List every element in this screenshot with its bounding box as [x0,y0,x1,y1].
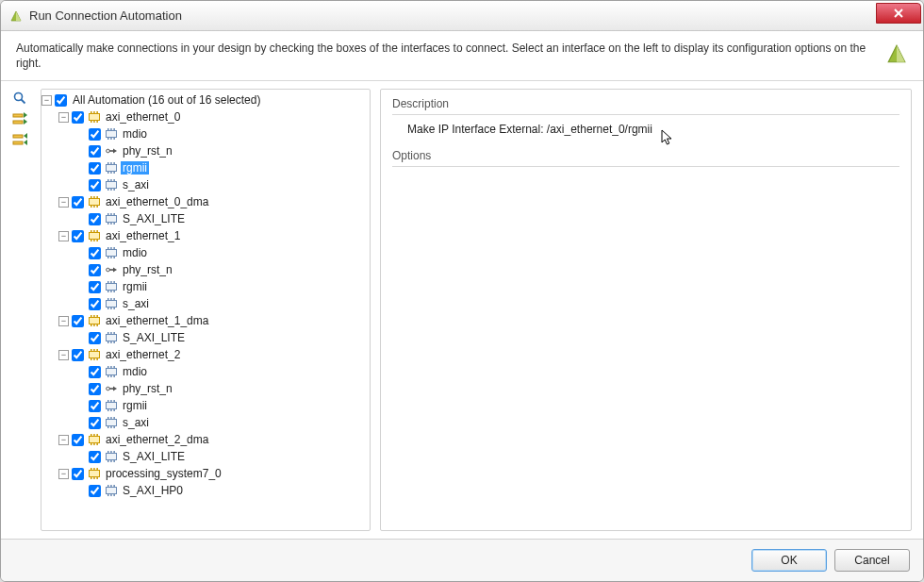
intf-icon [105,178,118,191]
expand-toggle[interactable]: − [58,435,69,445]
tree-row[interactable]: S_AXI_HP0 [75,482,370,499]
tree-row[interactable]: −axi_ethernet_2 [58,346,370,363]
tree-checkbox[interactable] [89,281,101,293]
tree-row[interactable]: s_axi [75,176,370,193]
intf-icon [105,399,118,412]
tree-checkbox[interactable] [89,128,101,141]
tree-node-label[interactable]: axi_ethernet_0_dma [104,195,210,208]
tree-node-label[interactable]: rgmii [121,280,149,293]
tree-row[interactable]: rgmii [75,278,370,295]
tree-checkbox[interactable] [89,485,101,497]
tree-node-label[interactable]: axi_ethernet_1 [104,229,182,242]
tree-row[interactable]: mdio [75,244,370,261]
expand-toggle[interactable]: − [58,231,69,241]
tree-node-label[interactable]: s_axi [121,297,151,310]
tree-node-label[interactable]: mdio [121,365,149,378]
tree-node-label[interactable]: mdio [121,127,149,141]
tree-checkbox[interactable] [89,417,101,429]
tree-row[interactable]: phy_rst_n [75,261,370,278]
port-icon [105,382,118,395]
tree-checkbox[interactable] [89,213,101,225]
expand-toggle[interactable]: − [58,469,69,479]
tree-row[interactable]: phy_rst_n [75,142,370,159]
tree-row[interactable]: −axi_ethernet_2_dma [58,431,370,448]
automation-tree[interactable]: −All Automation (16 out of 16 selected)−… [41,91,370,499]
tree-node-label[interactable]: s_axi [121,416,151,429]
tree-node-label[interactable]: s_axi [121,178,151,191]
tree-row[interactable]: phy_rst_n [75,380,370,397]
tree-row[interactable]: −axi_ethernet_0 [58,108,370,125]
tree-row[interactable]: rgmii [75,397,370,414]
tree-node-label[interactable]: S_AXI_LITE [121,212,187,225]
ip-icon [88,433,101,446]
tree-row[interactable]: −axi_ethernet_1_dma [58,312,370,329]
tree-node-label[interactable]: All Automation (16 out of 16 selected) [71,93,262,107]
tree-checkbox[interactable] [55,94,67,107]
tree-checkbox[interactable] [72,111,84,124]
expand-toggle[interactable]: − [58,350,69,360]
port-icon [105,144,118,158]
tree-checkbox[interactable] [89,145,101,158]
tree-checkbox[interactable] [72,196,84,208]
tree-checkbox[interactable] [89,298,101,310]
tree-checkbox[interactable] [89,179,101,191]
tree-node-label[interactable]: S_AXI_LITE [121,331,187,344]
tree-node-label[interactable]: S_AXI_HP0 [121,484,185,497]
intf-icon [105,212,118,225]
tree-checkbox[interactable] [89,366,101,378]
tree-node-label[interactable]: rgmii [121,399,149,412]
tree-checkbox[interactable] [72,315,84,327]
ip-icon [88,229,101,242]
tree-node-label[interactable]: mdio [121,246,149,259]
tree-node-label[interactable]: phy_rst_n [121,382,174,395]
select-children-icon[interactable] [12,132,27,147]
ip-icon [88,348,101,361]
tree-row[interactable]: mdio [75,363,370,380]
expand-toggle[interactable]: − [58,197,69,208]
tree-row[interactable]: −processing_system7_0 [58,465,370,482]
tree-node-label[interactable]: processing_system7_0 [104,467,223,480]
tree-checkbox[interactable] [72,230,84,242]
close-button[interactable] [876,3,921,24]
tree-row[interactable]: s_axi [75,414,370,431]
expand-toggle[interactable]: − [58,112,69,123]
tree-node-label[interactable]: rgmii [121,161,149,175]
intf-icon [105,450,118,463]
tree-checkbox[interactable] [72,349,84,361]
tree-row[interactable]: S_AXI_LITE [75,448,370,465]
tree-row[interactable]: rgmii [75,159,370,176]
tree-root-row[interactable]: −All Automation (16 out of 16 selected) [41,91,370,108]
tree-checkbox[interactable] [89,162,101,175]
tree-node-label[interactable]: axi_ethernet_0 [104,110,182,124]
close-icon [893,8,904,19]
tree-node-label[interactable]: phy_rst_n [121,263,174,276]
tree-node-label[interactable]: S_AXI_LITE [121,450,187,463]
tree-checkbox[interactable] [72,468,84,480]
tree-checkbox[interactable] [89,383,101,395]
tree-checkbox[interactable] [89,451,101,463]
tree-checkbox[interactable] [89,400,101,412]
tree-row[interactable]: S_AXI_LITE [75,210,370,227]
tree-node-label[interactable]: axi_ethernet_2_dma [104,433,210,446]
tree-row[interactable]: mdio [75,125,370,142]
tree-row[interactable]: s_axi [75,295,370,312]
tree-checkbox[interactable] [72,434,84,446]
cancel-button[interactable]: Cancel [834,549,910,572]
tree-checkbox[interactable] [89,264,101,276]
description-value: Make IP Interface External: /axi_etherne… [392,123,899,149]
select-non-children-icon[interactable] [12,111,27,126]
tree-row[interactable]: −axi_ethernet_0_dma [58,193,370,210]
search-icon[interactable] [12,91,27,106]
tree-row[interactable]: −axi_ethernet_1 [58,227,370,244]
intf-icon [105,331,118,344]
tree-node-label[interactable]: axi_ethernet_2 [104,348,182,361]
tree-checkbox[interactable] [89,332,101,344]
tree-node-label[interactable]: axi_ethernet_1_dma [104,314,210,327]
tree-checkbox[interactable] [89,247,101,259]
expand-toggle[interactable]: − [41,95,52,106]
expand-toggle[interactable]: − [58,316,69,326]
tree-row[interactable]: S_AXI_LITE [75,329,370,346]
intro-text: Automatically make connections in your d… [16,41,883,71]
ok-button[interactable]: OK [751,549,827,572]
tree-node-label[interactable]: phy_rst_n [121,144,174,158]
